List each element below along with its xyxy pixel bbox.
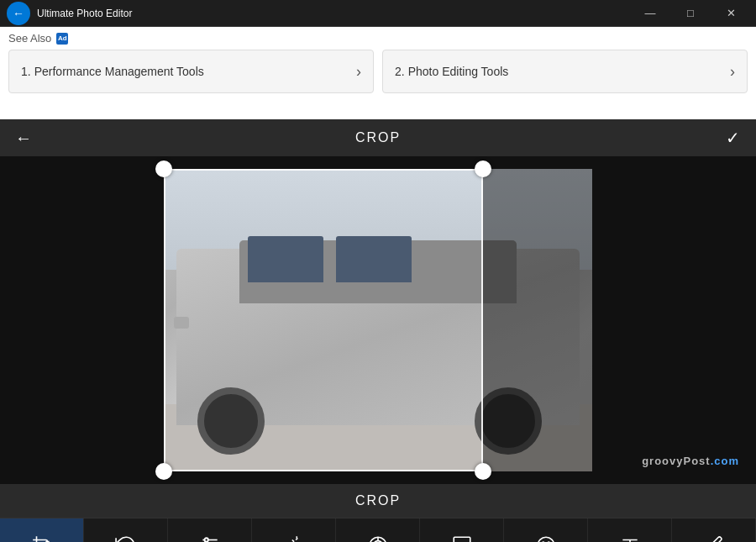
window-controls: — □ ✕ (632, 2, 749, 25)
tool-crop[interactable]: CROP CROP (0, 518, 84, 542)
photo-container (164, 169, 592, 471)
enhance-icon (197, 532, 223, 542)
crop-label: CROP (355, 493, 401, 508)
overlay-icon (365, 532, 391, 542)
dark-overlay-left (0, 156, 160, 484)
crop-header: ← CROP ✓ (0, 119, 756, 156)
sticker-icon (533, 532, 559, 542)
tool-border[interactable]: BORDER (420, 518, 504, 542)
orientation-icon (113, 532, 139, 542)
bottom-toolbar: CROP CROP ORENTATION ENHANCE (0, 518, 756, 542)
svg-point-4 (204, 538, 207, 541)
ad-item-2-label: Photo Editing Tools (408, 65, 730, 78)
jeep-mirror (174, 317, 189, 329)
tool-enhance[interactable]: ENHANCE (168, 518, 252, 542)
titlebar-back-button[interactable]: ← (7, 2, 30, 25)
ad-items-container: 1. Performance Management Tools › 2. Pho… (8, 50, 748, 93)
maximize-button[interactable]: □ (672, 2, 709, 25)
jeep-window-r (336, 236, 412, 282)
ad-item-1-arrow: › (356, 63, 361, 81)
ad-item-2[interactable]: 2. Photo Editing Tools › (382, 50, 748, 93)
tool-overlay[interactable]: OVERLAY (336, 518, 420, 542)
ad-item-1[interactable]: 1. Performance Management Tools › (8, 50, 374, 93)
tool-sticker[interactable]: STICKER (504, 518, 588, 542)
crop-shadow-right (483, 169, 592, 471)
crop-label-bar: CROP (0, 484, 756, 518)
crop-handle-bottom-left[interactable] (155, 463, 172, 480)
ad-item-2-arrow: › (730, 63, 735, 81)
tool-doodle[interactable]: DOODLE (672, 518, 756, 542)
effect-icon (281, 532, 307, 542)
jeep-photo (164, 169, 592, 471)
ad-icon: Ad (56, 33, 68, 45)
crop-back-button[interactable]: ← (8, 123, 39, 153)
crop-handle-top-left[interactable] (155, 160, 172, 177)
ad-item-2-num: 2. (395, 65, 405, 78)
crop-icon: CROP (29, 532, 55, 542)
titlebar: ← Ultimate Photo Editor — □ ✕ (0, 0, 756, 27)
close-button[interactable]: ✕ (712, 2, 749, 25)
ad-item-1-label: Performance Management Tools (34, 65, 356, 78)
minimize-button[interactable]: — (632, 2, 669, 25)
border-icon (449, 532, 475, 542)
doodle-icon (701, 532, 727, 542)
app-title: Ultimate Photo Editor (37, 8, 632, 19)
ad-item-1-num: 1. (21, 65, 31, 78)
tool-orientation[interactable]: ORENTATION (84, 518, 168, 542)
crop-header-title: CROP (355, 130, 401, 145)
ad-see-also-label: See Also Ad (8, 32, 748, 45)
crop-handle-top-right[interactable] (475, 160, 491, 177)
photo-area: groovyPost.com (0, 156, 756, 484)
jeep-wheel-left (197, 387, 265, 455)
svg-point-16 (538, 537, 554, 542)
svg-rect-15 (454, 537, 470, 542)
tool-effect[interactable]: EFFECT (252, 518, 336, 542)
tool-text[interactable]: TEXT (588, 518, 672, 542)
dark-overlay-right-outer (601, 156, 756, 484)
ad-banner: See Also Ad 1. Performance Management To… (0, 27, 756, 119)
crop-confirm-button[interactable]: ✓ (717, 123, 748, 153)
crop-handle-bottom-right[interactable] (475, 463, 491, 480)
text-icon (617, 532, 643, 542)
jeep-window-l (248, 236, 323, 282)
